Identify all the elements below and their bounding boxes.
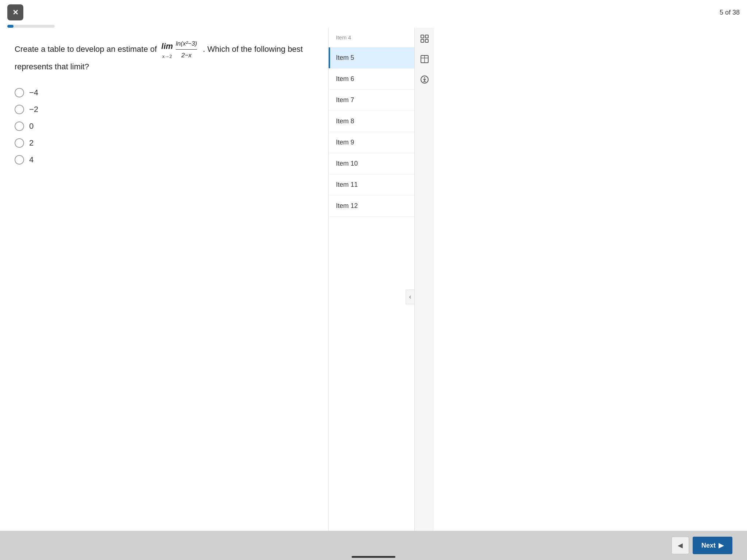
table-icon	[421, 55, 429, 63]
option-item[interactable]: 2	[15, 138, 314, 148]
item-11-label: Item 11	[336, 181, 358, 189]
question-text: Create a table to develop an estimate of…	[15, 39, 314, 73]
list-item[interactable]: Item 7	[329, 90, 414, 111]
radio-2[interactable]	[15, 138, 24, 148]
close-button[interactable]: ✕	[7, 4, 23, 20]
right-panel: Item 4 Item 5 Item 6 Item 7 Item 8 Item …	[328, 28, 434, 560]
option-item[interactable]: 4	[15, 155, 314, 165]
items-list: Item 4 Item 5 Item 6 Item 7 Item 8 Item …	[329, 28, 414, 560]
radio-4[interactable]	[15, 155, 24, 165]
svg-rect-3	[425, 39, 428, 42]
item-12-label: Item 12	[336, 202, 358, 210]
option-label-neg4: −4	[29, 88, 38, 97]
collapse-panel-button[interactable]: ‹	[406, 290, 414, 304]
radio-neg2[interactable]	[15, 105, 24, 114]
svg-rect-1	[425, 35, 428, 38]
item-9-label: Item 9	[336, 139, 354, 146]
option-label-neg2: −2	[29, 105, 38, 114]
option-label-0: 0	[29, 121, 34, 131]
item-7-label: Item 7	[336, 96, 354, 104]
accessibility-icon	[421, 76, 429, 84]
expand-icon	[421, 35, 429, 43]
table-icon-button[interactable]	[417, 52, 432, 66]
main-layout: Create a table to develop an estimate of…	[0, 28, 747, 560]
svg-point-8	[424, 77, 425, 78]
option-item[interactable]: 0	[15, 121, 314, 131]
list-item[interactable]: Item 12	[329, 196, 414, 217]
list-item[interactable]: Item 9	[329, 132, 414, 153]
expand-icon-button[interactable]	[417, 31, 432, 46]
list-item[interactable]: Item 11	[329, 174, 414, 196]
list-item[interactable]: Item 10	[329, 153, 414, 174]
list-item[interactable]: Item 8	[329, 111, 414, 132]
list-item[interactable]: Item 4	[329, 28, 414, 47]
progress-bar-fill	[7, 25, 13, 28]
option-label-2: 2	[29, 138, 34, 148]
item-8-label: Item 8	[336, 117, 354, 125]
list-item[interactable]: Item 6	[329, 69, 414, 90]
question-content: Create a table to develop an estimate of…	[0, 28, 328, 560]
next-button[interactable]: Next ▶	[693, 537, 732, 554]
top-bar: ✕ 5 of 38	[0, 0, 747, 25]
fraction-denominator: 2−x	[181, 50, 191, 60]
progress-bar-container	[7, 25, 55, 28]
question-text-before: Create a table to develop an estimate of	[15, 45, 157, 54]
options-list: −4 −2 0 2 4	[15, 88, 314, 165]
fraction-numerator: ln(x²−3)	[176, 39, 197, 50]
collapse-arrow-icon: ‹	[409, 293, 411, 301]
radio-0[interactable]	[15, 121, 24, 131]
option-label-4: 4	[29, 155, 34, 165]
home-indicator	[352, 556, 395, 558]
radio-neg4[interactable]	[15, 88, 24, 97]
bottom-bar: ◀ Next ▶	[0, 531, 747, 560]
next-arrow-icon: ▶	[719, 541, 724, 549]
next-label: Next	[701, 542, 716, 549]
svg-rect-2	[421, 39, 424, 42]
prev-button[interactable]: ◀	[671, 537, 689, 554]
prev-arrow-icon: ◀	[678, 541, 683, 549]
limit-lim: lim	[161, 40, 173, 53]
svg-line-12	[425, 81, 426, 82]
limit-subscript: x→2	[162, 53, 172, 61]
list-item-active[interactable]: Item 5	[329, 47, 414, 69]
item-5-label: Item 5	[336, 54, 354, 62]
option-item[interactable]: −4	[15, 88, 314, 97]
option-item[interactable]: −2	[15, 105, 314, 114]
item-6-label: Item 6	[336, 75, 354, 83]
item-truncated-label: Item 4	[336, 34, 351, 40]
page-counter: 5 of 38	[720, 9, 740, 16]
svg-rect-0	[421, 35, 424, 38]
panel-icons	[414, 28, 434, 560]
item-10-label: Item 10	[336, 160, 358, 167]
progress-area	[0, 25, 747, 28]
accessibility-icon-button[interactable]	[417, 72, 432, 87]
